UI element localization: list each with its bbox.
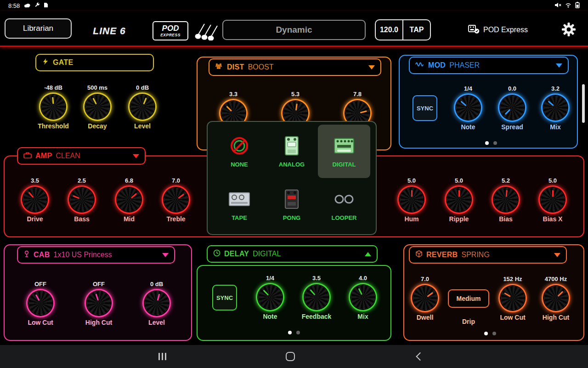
knob-dial[interactable] xyxy=(456,96,480,120)
gate-header[interactable]: GATE xyxy=(35,54,154,71)
knob-dial[interactable] xyxy=(41,95,65,119)
knob-dial[interactable] xyxy=(543,96,567,120)
knob-treble[interactable]: 7.0 Treble xyxy=(156,177,196,223)
mod-header[interactable]: MOD PHASER xyxy=(409,57,569,74)
home-button[interactable] xyxy=(286,352,295,361)
delay-model-digital[interactable]: DIGITAL xyxy=(318,125,370,178)
knob-dial[interactable] xyxy=(447,188,471,212)
delay-header[interactable]: DELAY DIGITAL xyxy=(207,245,378,263)
knob-drive[interactable]: 3.5 Drive xyxy=(15,177,55,223)
cab-block: CAB 1x10 US Princess OFF Low Cut OFF Hig… xyxy=(4,244,192,341)
knob-dwell[interactable]: 7.0 Dwell xyxy=(405,276,445,321)
delay-model-analog[interactable]: ANALOG xyxy=(266,125,318,178)
knob-dial[interactable] xyxy=(541,188,565,212)
delay-sync-button[interactable]: SYNC xyxy=(212,285,237,310)
app-header: Librarian LINE 6 POD EXPRESS Dynamic xyxy=(0,11,588,47)
knob-low-cut[interactable]: OFF Low Cut xyxy=(21,281,60,326)
knob-dial[interactable] xyxy=(28,291,52,315)
preset-selector[interactable]: Dynamic xyxy=(222,20,366,40)
pod-express-app: 8:58 Librarian LINE 6 POD EXPRESS xyxy=(0,0,588,368)
knob-dial[interactable] xyxy=(494,188,518,212)
delay-model-looper[interactable]: LOOPER xyxy=(318,178,370,231)
knob-dial[interactable] xyxy=(23,188,47,212)
tap-button[interactable]: TAP xyxy=(403,20,430,40)
knob-mix[interactable]: 4.0 Mix xyxy=(343,275,383,320)
knob-bias[interactable]: 5.2 Bias xyxy=(486,177,526,223)
chevron-down-icon xyxy=(368,65,375,69)
knob-hum[interactable]: 5.0 Hum xyxy=(392,177,431,223)
knob-mix[interactable]: 3.2 Mix xyxy=(536,85,575,131)
knob-high-cut[interactable]: 4700 Hz High Cut xyxy=(536,276,576,321)
page-dot[interactable] xyxy=(485,141,489,145)
knob-level[interactable]: 0 dB Level xyxy=(123,84,162,130)
tape-icon xyxy=(228,188,250,210)
knob-dial[interactable] xyxy=(117,188,141,212)
page-dot[interactable] xyxy=(492,332,496,335)
knob-mid[interactable]: 6.8 Mid xyxy=(109,177,149,223)
knob-dial[interactable] xyxy=(145,291,169,315)
model-label: ANALOG xyxy=(279,161,305,168)
knob-high-cut[interactable]: OFF High Cut xyxy=(79,281,119,326)
knob-pointer xyxy=(538,91,572,124)
mod-sync-button[interactable]: SYNC xyxy=(413,95,437,121)
settings-gear-icon[interactable] xyxy=(561,22,576,39)
recents-button[interactable] xyxy=(158,353,166,360)
knob-dial[interactable] xyxy=(87,291,111,315)
pod-express-logo: POD EXPRESS xyxy=(153,21,188,40)
knob-dial[interactable] xyxy=(305,285,328,309)
pod-logo-subtext: EXPRESS xyxy=(160,33,181,37)
knob-decay[interactable]: 500 ms Decay xyxy=(78,84,117,130)
knob-value: 7.0 xyxy=(405,276,445,283)
dist-header[interactable]: DIST BOOST xyxy=(209,58,381,76)
knob-level[interactable]: 0 dB Level xyxy=(137,281,176,326)
page-dot[interactable] xyxy=(493,141,497,145)
back-button[interactable] xyxy=(417,354,423,360)
page-dot[interactable] xyxy=(288,331,292,334)
bpm-value[interactable]: 120.0 xyxy=(376,20,402,40)
knob-dial[interactable] xyxy=(258,285,282,309)
knob-dial[interactable] xyxy=(164,188,188,212)
knob-feedback[interactable]: 3.5 Feedback xyxy=(297,275,336,320)
knob-note[interactable]: 1/4 Note xyxy=(250,275,290,320)
knob-dial[interactable] xyxy=(130,95,154,119)
mod-page-dots[interactable] xyxy=(485,141,497,145)
knob-label: Mix xyxy=(343,313,383,320)
knob-dial[interactable] xyxy=(544,286,568,310)
knob-dial[interactable] xyxy=(351,285,375,309)
delay-model-none[interactable]: NONE xyxy=(213,125,266,178)
knob-value: 1/4 xyxy=(448,85,488,92)
knob-low-cut[interactable]: 152 Hz Low Cut xyxy=(493,276,532,321)
knob-note[interactable]: 1/4 Note xyxy=(448,85,488,131)
block-title: GATE xyxy=(53,58,73,67)
knob-bass[interactable]: 2.5 Bass xyxy=(62,177,102,223)
knob-value: 4.0 xyxy=(343,275,383,282)
page-dot[interactable] xyxy=(296,331,300,334)
knob-dial[interactable] xyxy=(413,286,437,310)
drip-selector[interactable]: Medium xyxy=(448,289,489,308)
drip-label: Drip xyxy=(448,318,489,325)
knob-dial[interactable] xyxy=(70,188,94,212)
reverb-header[interactable]: REVERB SPRING xyxy=(409,246,567,264)
delay-model-pong[interactable]: PONG xyxy=(266,178,318,231)
tempo-control[interactable]: 120.0 TAP xyxy=(375,19,431,40)
knob-bias-x[interactable]: 5.0 Bias X xyxy=(533,177,572,223)
delay-page-dots[interactable] xyxy=(288,331,300,334)
scrollbar[interactable] xyxy=(582,84,585,123)
page-dot[interactable] xyxy=(484,332,488,335)
block-model: DIGITAL xyxy=(253,250,281,258)
knob-ripple[interactable]: 5.0 Ripple xyxy=(439,177,479,223)
knob-dial[interactable] xyxy=(400,188,424,212)
block-title: DELAY xyxy=(224,250,249,258)
line6-logo: LINE 6 xyxy=(83,24,136,38)
knob-dial[interactable] xyxy=(501,286,525,310)
cab-header[interactable]: CAB 1x10 US Princess xyxy=(17,246,175,264)
knob-dial[interactable] xyxy=(500,96,524,120)
librarian-button[interactable]: Librarian xyxy=(5,18,72,39)
knob-spread[interactable]: 0.0 Spread xyxy=(492,85,532,131)
knob-threshold[interactable]: -48 dB Threshold xyxy=(34,84,73,130)
delay-model-tape[interactable]: TAPE xyxy=(213,178,266,231)
reverb-page-dots[interactable] xyxy=(484,332,496,335)
device-selector[interactable]: POD Express xyxy=(468,24,528,36)
amp-header[interactable]: AMP CLEAN xyxy=(17,147,146,165)
knob-dial[interactable] xyxy=(85,95,109,119)
